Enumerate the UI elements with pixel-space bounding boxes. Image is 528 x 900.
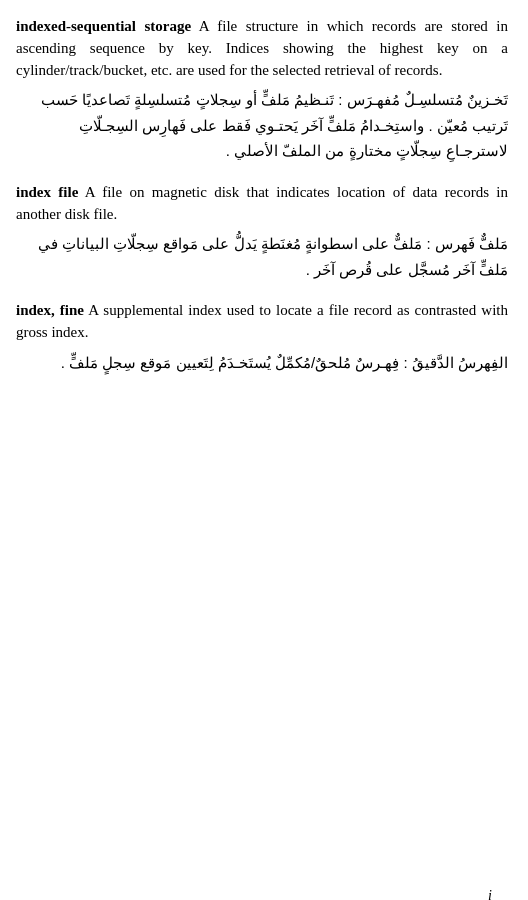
entry-text-block-1: indexed-sequential storage A file struct… — [16, 16, 508, 81]
entry-arabic-2: مَلفٌّ فَهرس : مَلفٌّ على اسطوانةٍ مُغنَ… — [16, 231, 508, 282]
entry-term-1: indexed-sequential storage — [16, 18, 191, 34]
entry-text-block-2: index file A file on magnetic disk that … — [16, 182, 508, 226]
entry-index-file: index file A file on magnetic disk that … — [16, 182, 508, 283]
entry-term-2: index file — [16, 184, 78, 200]
page-container: indexed-sequential storage A file struct… — [16, 16, 508, 900]
entry-definition-2: A file on magnetic disk that indicates l… — [16, 184, 508, 222]
entry-term-3: index, fine — [16, 302, 84, 318]
entry-definition-3: A supplemental index used to locate a fi… — [16, 302, 508, 340]
entry-indexed-sequential-storage: indexed-sequential storage A file struct… — [16, 16, 508, 164]
page-number: i — [488, 886, 492, 900]
entry-arabic-3: الفِهرسُ الدَّقيقُ : فِهـرسٌ مُلحقٌ/مُكم… — [16, 350, 508, 376]
entry-arabic-1: تَخـزينٌ مُتسلسِـلٌ مُفهـرَس : تَنـظيمُ … — [16, 87, 508, 164]
entry-index-fine: index, fine A supplemental index used to… — [16, 300, 508, 375]
entry-text-block-3: index, fine A supplemental index used to… — [16, 300, 508, 344]
